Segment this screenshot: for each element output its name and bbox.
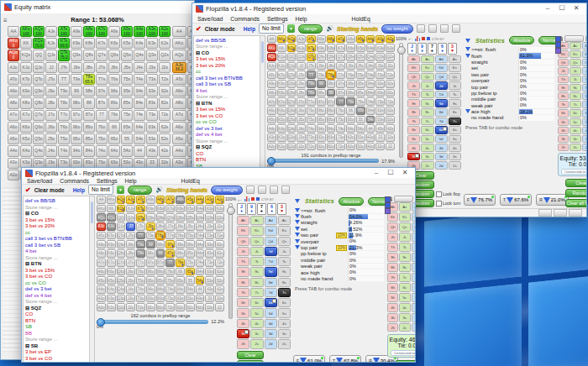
matrix-cell-Q6o[interactable]: Q6o [117, 268, 126, 276]
matrix-cell-K4o[interactable]: K4o [107, 285, 116, 294]
matrix-cell-A7s[interactable]: A7s+ [165, 196, 175, 204]
matrix-cell-T4s[interactable]: T4s [366, 71, 375, 79]
equity-cell-75s[interactable]: 75s [121, 110, 133, 121]
matrix-cell-ATo[interactable]: ATo [267, 71, 276, 79]
matrix-cell-T7s[interactable]: T7s [165, 232, 175, 240]
card-6d[interactable]: 6d [435, 126, 448, 134]
matrix-cell-87o[interactable]: 87o [156, 259, 165, 267]
matrix-cell-K2s[interactable]: K2s [386, 44, 395, 52]
matrix-cell-K8s[interactable]: K8s [327, 44, 336, 52]
dead-card-9h[interactable]: 9h [558, 84, 569, 92]
dead-card-9d[interactable]: 9d [582, 84, 588, 92]
matrix-cell-J7s[interactable]: J7s [165, 222, 175, 231]
dead-card-Th[interactable]: Th [387, 243, 398, 252]
dead-card-3c[interactable]: 3c [399, 313, 410, 322]
matrix-cell-T7o[interactable]: T7o [307, 97, 316, 106]
matrix-cell-A2s[interactable]: A2s+ [386, 35, 395, 44]
card-9c[interactable]: 9c [421, 99, 433, 107]
checkbox-icon[interactable] [436, 201, 442, 207]
matrix-cell-J8s[interactable]: J8s [327, 62, 336, 71]
board-cards-button[interactable] [585, 35, 587, 42]
card-8c[interactable]: 8c [250, 278, 263, 287]
equity-cell-44[interactable]: 44 [134, 145, 145, 156]
equity-cell-AKo[interactable]: AKo0 [8, 38, 19, 49]
matrix-cell-63o[interactable]: 63o [176, 295, 185, 303]
dead-card-8c[interactable]: 8c [399, 263, 410, 272]
range-button[interactable]: range [298, 24, 323, 34]
matrix-cell-Q2o[interactable]: Q2o [287, 143, 297, 151]
matrix-cell-J7o[interactable]: J7o [126, 259, 135, 267]
preset-item[interactable]: call 3 bet vs BTN/BB [196, 75, 260, 81]
preset-item[interactable]: 3 bet vs 15% [196, 55, 260, 62]
menu-commands[interactable]: Commands [60, 178, 89, 184]
matrix-cell-Q9s[interactable]: Q9s [317, 53, 326, 61]
back-arrow-icon[interactable]: ← [407, 35, 413, 41]
matrix-cell-T9o[interactable]: T9o [136, 240, 145, 248]
matrix-cell-53s[interactable]: 53s [375, 116, 385, 124]
matrix-cell-Q8s[interactable]: Q8s [327, 53, 336, 61]
matrix-cell-52o[interactable]: 52o [356, 143, 365, 151]
matrix-cell-T9s[interactable]: T9s [146, 232, 155, 240]
equity2-cell-A7o[interactable]: A7o [172, 110, 186, 121]
matrix-cell-64s[interactable]: 64s [366, 107, 375, 115]
equity-cell-JTs[interactable]: JTs [58, 62, 70, 73]
matrix-cell-73s[interactable]: 73s [205, 259, 214, 267]
equity-cell-83s[interactable]: 83s [146, 97, 158, 108]
equity-cell-K5s[interactable]: K5s [121, 38, 133, 49]
matrix-cell-K6o[interactable]: K6o [107, 268, 116, 276]
checkbox-icon[interactable] [436, 191, 442, 197]
matrix-cell-KTo[interactable]: KTo [107, 232, 116, 240]
card-6s[interactable]: 6s [449, 126, 461, 134]
equity-cell-JTo[interactable]: JTo [45, 74, 57, 85]
dead-card-2c[interactable]: 2c [399, 323, 410, 332]
equity-cell-T2s[interactable]: T2s [159, 74, 171, 85]
matrix-cell-Q4s[interactable]: Q4s [366, 53, 375, 61]
equity-cell-Q8s[interactable]: Q8s [83, 50, 95, 60]
clear-button[interactable]: Clear [565, 179, 587, 187]
preset-item[interactable]: BTN [196, 156, 260, 163]
equity-cell-76o[interactable]: 76o [96, 122, 108, 133]
equity2-cell-AA[interactable]: AA [172, 26, 186, 37]
dead-card-3c[interactable]: 3c [570, 135, 580, 143]
card-Ah[interactable]: Ah [237, 216, 249, 225]
card-8h[interactable]: 8h [407, 108, 420, 117]
equity-cell-Q4o[interactable]: Q4o [33, 145, 45, 156]
range-slider-thumb[interactable] [97, 318, 105, 327]
matrix-cell-T2o[interactable]: T2o [136, 303, 145, 311]
matrix-cell-Q8o[interactable]: Q8o [287, 89, 297, 97]
card-3c[interactable]: 3c [250, 329, 263, 338]
matrix-cell-96s[interactable]: 96s [176, 240, 185, 248]
matrix-cell-84s[interactable]: 84s [366, 89, 375, 97]
matrix-cell-A8o[interactable]: A8o [97, 249, 106, 258]
matrix-cell-A6s[interactable]: A6s [346, 35, 355, 44]
matrix-cell-K3o[interactable]: K3o [277, 133, 286, 142]
matrix-cell-92s[interactable]: 92s [215, 240, 224, 248]
matrix-cell-AQs[interactable]: AQs+ [287, 35, 297, 44]
card-6c[interactable]: 6c [421, 126, 433, 134]
preset-item[interactable]: ⊟ BTN [196, 100, 260, 107]
matrix-cell-K7o[interactable]: K7o [277, 97, 286, 106]
matrix-cell-97s[interactable]: 97s+ [165, 240, 175, 248]
filter-funnel-icon[interactable] [465, 39, 470, 43]
matrix-cell-74s[interactable]: 74s [366, 97, 375, 106]
preset-item[interactable]: Store range ... [25, 254, 89, 261]
matrix-cell-JJ[interactable]: JJ [297, 62, 306, 71]
dead-card-4c[interactable]: 4c [399, 303, 410, 312]
matrix-cell-TT[interactable]: TT [307, 71, 316, 79]
card-3h[interactable]: 3h [237, 329, 249, 338]
matrix-cell-Q2o[interactable]: Q2o [117, 303, 126, 311]
equity-cell-KK[interactable]: KK [20, 38, 32, 49]
card-Tc[interactable]: Tc [250, 257, 263, 266]
dead-card-Ad[interactable]: Ad [412, 202, 417, 212]
matrix-cell-K7s[interactable]: K7s [336, 44, 345, 52]
matrix-cell-97s[interactable]: 97s [336, 80, 345, 88]
dead-card-8h[interactable]: 8h [387, 263, 398, 272]
filter-funnel-icon[interactable] [295, 199, 300, 203]
funnel-icon[interactable] [465, 109, 470, 113]
matrix-cell-52s[interactable]: 52s [215, 276, 224, 285]
funnel-icon[interactable] [465, 47, 470, 51]
matrix-cell-K6s[interactable]: K6s [176, 205, 185, 213]
preset-item[interactable]: 3 bet vs 15% [196, 106, 260, 112]
matrix-cell-72s[interactable]: 72s [386, 97, 395, 106]
matrix-cell-64s[interactable]: 64s [196, 268, 205, 276]
